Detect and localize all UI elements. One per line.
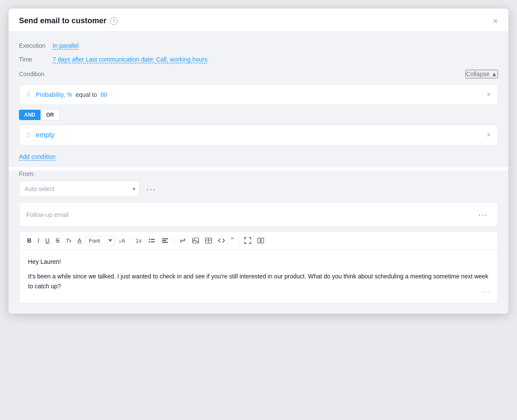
columns-button[interactable] [255,235,267,246]
condition-left-1: ⠿ Probability, % equal to 80 [26,91,107,98]
font-color-button[interactable]: A [75,235,84,246]
toolbar-divider-1 [130,236,131,245]
image-button[interactable] [190,235,202,246]
remove-condition-2[interactable]: × [487,131,491,139]
toolbar-divider-2 [174,236,174,245]
font-select[interactable]: Font [85,236,115,246]
time-row: Time 7 days after Last communication dat… [19,56,498,63]
svg-point-3 [149,241,150,243]
svg-rect-14 [261,238,264,243]
subject-row: Follow-up email ··· [19,202,498,227]
condition-label: Condition [19,71,44,77]
editor-toolbar: B I U S Tx A Font ↕A 1≡ [19,232,498,250]
condition-empty-2[interactable]: empty [36,131,55,139]
toolbar-divider-3 [239,236,239,245]
svg-rect-7 [162,242,168,243]
send-email-modal: Send email to customer ? × Execution In … [9,9,508,314]
quote-button[interactable]: " [228,235,236,246]
execution-row: Execution In parallel [19,42,498,49]
clear-format-button[interactable]: Tx [63,236,74,246]
ordered-list-button[interactable]: 1≡ [133,235,145,246]
modal-title-group: Send email to customer ? [19,16,118,25]
remove-condition-1[interactable]: × [487,91,491,99]
table-button[interactable] [202,235,215,246]
code-button[interactable] [215,235,227,246]
strikethrough-button[interactable]: S [53,235,62,246]
svg-point-1 [149,239,150,240]
or-button[interactable]: OR [40,109,59,120]
editor-options-button[interactable]: ··· [482,287,491,296]
svg-rect-4 [151,241,155,242]
drag-handle-1[interactable]: ⠿ [26,91,31,98]
editor-line-1: Hey Lauren! [28,257,489,266]
execution-label: Execution [19,42,49,49]
editor-wrapper: B I U S Tx A Font ↕A 1≡ [19,231,498,303]
modal-header: Send email to customer ? × [9,9,508,32]
modal-title: Send email to customer [19,16,106,25]
align-button[interactable] [159,235,171,246]
chevron-up-icon: ▲ [491,71,497,77]
from-label: From: [19,170,498,177]
italic-button[interactable]: I [35,235,42,246]
time-label: Time [19,56,49,63]
condition-text-1: Probability, % equal to 80 [36,91,107,98]
condition-row-1: ⠿ Probability, % equal to 80 × [19,84,498,105]
svg-rect-6 [162,240,166,241]
subject-placeholder[interactable]: Follow-up email [26,211,69,218]
from-section: From: Auto select ▾ ··· Follow-up email … [9,170,508,314]
drag-handle-2[interactable]: ⠿ [26,132,31,139]
subject-options-button[interactable]: ··· [476,208,491,221]
editor-content[interactable]: Hey Lauren! It's been a while since we t… [19,250,498,303]
condition-header: Condition Collapse ▲ [19,70,498,78]
from-options-button[interactable]: ··· [144,182,159,196]
underline-button[interactable]: U [43,235,52,246]
time-value[interactable]: 7 days after Last communication date: Ca… [53,56,208,63]
collapse-button[interactable]: Collapse ▲ [465,70,498,78]
fullscreen-button[interactable] [242,235,254,246]
font-size-button[interactable]: ↕A [116,236,128,246]
execution-value[interactable]: In parallel [53,42,79,49]
condition-field-1[interactable]: Probability, % [36,91,72,98]
and-or-row: AND OR [19,109,498,120]
editor-line-2: It's been a while since we talked. I jus… [28,272,489,291]
close-icon[interactable]: × [493,17,498,25]
from-select[interactable]: Auto select [19,181,140,197]
svg-text:1≡: 1≡ [136,238,142,244]
condition-val-1[interactable]: 80 [100,91,107,98]
add-condition-button[interactable]: Add condition [19,150,56,167]
modal-body: Execution In parallel Time 7 days after … [9,32,508,167]
help-icon[interactable]: ? [110,17,118,25]
and-button[interactable]: AND [19,110,40,120]
from-select-wrapper: Auto select ▾ [19,181,140,197]
link-button[interactable] [177,235,189,246]
svg-rect-5 [162,238,168,239]
svg-rect-2 [151,239,155,240]
condition-op-1: equal to [75,91,97,98]
from-row: Auto select ▾ ··· [19,181,498,197]
email-editor: B I U S Tx A Font ↕A 1≡ [19,231,498,303]
condition-row-2: ⠿ empty × [19,125,498,145]
svg-rect-13 [258,238,260,243]
bold-button[interactable]: B [25,235,34,246]
condition-left-2: ⠿ empty [26,131,55,139]
unordered-list-button[interactable] [146,235,158,246]
svg-rect-8 [193,238,199,243]
